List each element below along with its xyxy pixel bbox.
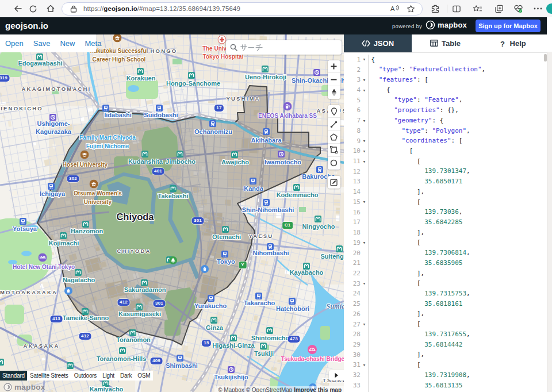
line-number: 30 [344, 351, 361, 359]
bag-station-icon [201, 265, 209, 275]
district-label: CHIYODA [117, 248, 151, 255]
favorites-list-icon[interactable] [471, 3, 483, 14]
fold-marker[interactable]: ▾ [361, 321, 368, 327]
back-icon[interactable] [12, 3, 24, 14]
tab-table[interactable]: Table [412, 34, 480, 52]
map[interactable]: EdogawabashiKorakuenIidabashiSuidobashiU… [0, 34, 344, 392]
code-text: [ [368, 319, 421, 329]
district-label: YAESU [249, 233, 274, 240]
line-number: 22 [344, 270, 361, 277]
station-label: Kudanshita [128, 158, 163, 166]
code-text: [ [368, 197, 421, 207]
style-option-standard[interactable]: Standard [0, 371, 27, 381]
poi-label: hukutoku Successful Career High School [90, 47, 148, 64]
mapbox-logo-icon [425, 20, 435, 30]
browser-essentials-icon[interactable] [512, 3, 524, 14]
code-text: 139.7319908, [368, 370, 470, 381]
fold-marker[interactable]: ▾ [361, 159, 368, 164]
json-editor[interactable]: 1▾{2 "type": "FeatureCollection",3▾ "fea… [344, 53, 547, 392]
menu-item-meta[interactable]: Meta [85, 39, 101, 48]
menu-item-open[interactable]: Open [5, 39, 24, 48]
reload-icon[interactable] [27, 3, 39, 14]
station-label: Ningyocho [302, 223, 335, 231]
search-input[interactable] [240, 44, 264, 52]
lock-icon[interactable] [68, 3, 79, 14]
draw-point-tool[interactable] [328, 105, 340, 118]
code-text: 35.6842285 [368, 217, 462, 228]
tab-help[interactable]: ?Help [479, 34, 547, 52]
zoom-controls [328, 60, 340, 99]
station-label: Kanda [244, 185, 263, 193]
draw-circle-tool[interactable] [328, 157, 340, 170]
draw-line-tool[interactable] [328, 118, 340, 130]
signup-button[interactable]: Sign up for Mapbox [476, 20, 540, 32]
mapbox-brand[interactable]: mapbox [425, 20, 467, 30]
fold-marker[interactable]: ▾ [361, 240, 368, 245]
profile-avatar[interactable] [546, 3, 552, 14]
more-menu-icon[interactable] [532, 3, 543, 14]
line-number: 29 [344, 341, 361, 348]
toolbar-divider [447, 5, 447, 13]
zoom-out-button[interactable] [328, 73, 340, 86]
json-tab-icon [362, 40, 370, 47]
search-box[interactable] [226, 40, 342, 55]
fold-marker[interactable]: ▾ [361, 148, 368, 154]
attribution-improve[interactable]: Improve this map [294, 387, 342, 392]
read-aloud-icon[interactable]: A [389, 3, 400, 14]
content: EdogawabashiKorakuenIidabashiSuidobashiU… [0, 34, 552, 392]
menu-item-save[interactable]: Save [33, 39, 51, 48]
code-text: 35.6818161 [368, 299, 462, 309]
editor-line: 28 139.7317655, [344, 329, 547, 340]
draw-rectangle-tool[interactable] [328, 144, 340, 156]
fold-marker[interactable]: ▾ [361, 362, 368, 368]
station-label: Shimbashi [166, 362, 198, 370]
editor-line: 14 ], [344, 187, 547, 197]
menu-item-new[interactable]: New [60, 39, 75, 48]
fold-marker[interactable]: ▾ [361, 138, 368, 144]
code-text: "coordinates": [ [368, 136, 462, 146]
editor-line: 22 ], [344, 268, 547, 279]
code-text: "type": "Polygon", [368, 126, 470, 136]
home-icon[interactable] [45, 3, 56, 14]
fold-marker[interactable]: ▾ [361, 118, 368, 124]
help-tab-icon: ? [500, 40, 507, 47]
split-screen-icon[interactable] [451, 3, 462, 14]
station-label: Ochanomizu [194, 128, 232, 136]
line-number: 15 [344, 198, 361, 206]
road-shield: 302 [67, 175, 79, 182]
station-label: Shin-Nihombashi [242, 206, 294, 214]
school-poi-icon [113, 34, 122, 45]
style-option-satellite-streets[interactable]: Satellite Streets [27, 371, 71, 381]
code-text: [ [368, 156, 421, 167]
style-option-light[interactable]: Light [99, 371, 117, 381]
url-text: https://geojson.io/#map=13.12/35.68694/1… [83, 5, 240, 12]
draw-polygon-tool[interactable] [328, 131, 340, 144]
tab-json[interactable]: JSON [344, 34, 412, 52]
zoom-in-button[interactable] [328, 60, 340, 73]
fold-marker[interactable]: ▾ [361, 199, 368, 205]
mapbox-attribution-logo[interactable]: mapbox [3, 382, 45, 392]
panel-collapse-button[interactable] [329, 370, 344, 381]
style-option-osm[interactable]: OSM [135, 371, 153, 381]
attribution-osm[interactable]: © OpenStreetMap [246, 387, 293, 392]
address-bar[interactable]: https://geojson.io/#map=13.12/35.68694/1… [62, 2, 423, 16]
station-label: Hatchobori [276, 305, 309, 313]
poi-label: Hosei University [63, 161, 108, 170]
attribution-mapbox[interactable]: © Mapbox [218, 387, 244, 392]
editor-line: 19▾ [ [344, 237, 547, 248]
collections-icon[interactable] [493, 3, 505, 14]
style-option-outdoors[interactable]: Outdoors [71, 371, 100, 381]
fold-marker[interactable]: ▾ [361, 56, 368, 62]
fold-marker[interactable]: ▾ [361, 77, 368, 83]
favorite-star-icon[interactable] [405, 3, 416, 14]
station-label: Ichigaya [40, 190, 65, 198]
page-scrollbar[interactable] [547, 52, 552, 392]
fold-marker[interactable]: ▾ [361, 280, 368, 286]
compass-button[interactable] [328, 86, 340, 99]
fold-marker[interactable]: ▾ [361, 87, 368, 93]
style-option-dark[interactable]: Dark [117, 371, 135, 381]
editor-lines: 1▾{2 "type": "FeatureCollection",3▾ "fea… [344, 55, 547, 392]
edit-feature-button[interactable] [328, 176, 340, 189]
extensions-icon[interactable] [430, 3, 441, 14]
line-number: 6 [344, 106, 361, 114]
